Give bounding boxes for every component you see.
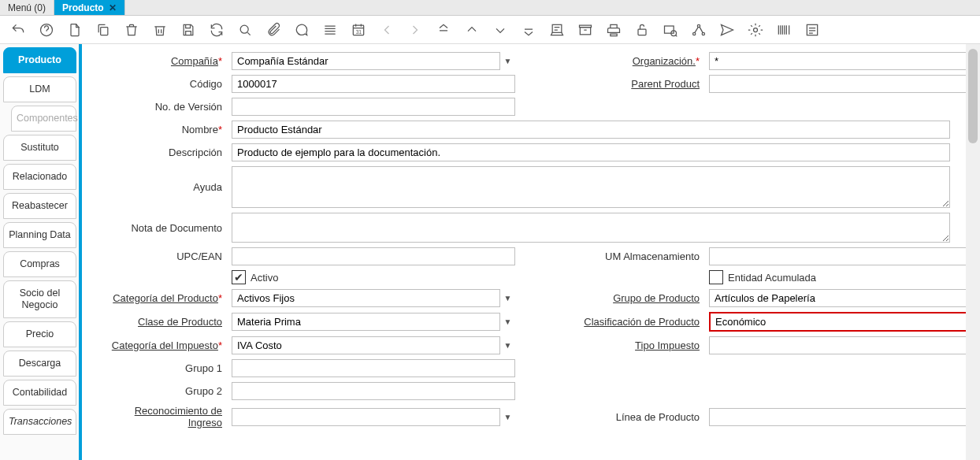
sidetab-transacciones[interactable]: Transacciones (3, 409, 76, 435)
svg-rect-5 (552, 24, 562, 32)
attach-button[interactable] (263, 20, 284, 40)
label-organizacion: Organización.* (522, 55, 703, 67)
sidetab-relacionado[interactable]: Relacionado (3, 164, 76, 190)
label-nombre: Nombre* (101, 124, 225, 135)
chevron-down-icon[interactable]: ▼ (499, 289, 515, 307)
input-grupo1[interactable] (232, 359, 515, 377)
chat-button[interactable] (291, 20, 312, 40)
svg-point-10 (693, 32, 696, 35)
input-organizacion[interactable] (709, 52, 966, 70)
barcode-button[interactable] (774, 20, 794, 40)
sidetab-producto[interactable]: Producto (3, 47, 76, 73)
last-button[interactable] (518, 20, 539, 40)
calendar-button[interactable]: 31 (348, 20, 369, 40)
field-grupo-producto[interactable]: ▼ (709, 289, 966, 307)
input-upc[interactable] (232, 247, 515, 265)
label-no-version: No. de Versión (101, 101, 225, 113)
input-clase-producto[interactable] (232, 313, 515, 331)
side-tabs: Producto LDM Componentes Sustituto Relac… (0, 44, 80, 460)
grid-button[interactable] (320, 20, 340, 40)
field-cat-producto[interactable]: ▼ (232, 289, 515, 307)
sidetab-precio[interactable]: Precio (3, 321, 76, 347)
field-clase-producto[interactable]: ▼ (232, 313, 515, 331)
prev-button[interactable] (377, 20, 397, 40)
input-parent-product[interactable] (709, 75, 966, 93)
field-tipo-impuesto[interactable]: ▼ (709, 336, 966, 354)
check-icon: ✔ (232, 270, 246, 284)
delete-button[interactable] (121, 20, 142, 40)
field-parent-product[interactable]: ▼ (709, 75, 966, 93)
vertical-scrollbar[interactable] (966, 44, 980, 460)
gear-button[interactable] (745, 20, 766, 40)
up-button[interactable] (462, 20, 482, 40)
svg-point-13 (754, 28, 758, 32)
search-button[interactable] (235, 20, 255, 40)
label-linea-producto: Línea de Producto (522, 411, 703, 423)
input-cat-producto[interactable] (232, 289, 515, 307)
field-organizacion[interactable]: ▼ (709, 52, 966, 70)
first-button[interactable] (433, 20, 454, 40)
scrollbar-thumb[interactable] (968, 49, 978, 143)
sidetab-contabilidad[interactable]: Contabilidad (3, 380, 76, 406)
undo-button[interactable] (8, 20, 28, 40)
archive-button[interactable] (575, 20, 596, 40)
input-recon-ingreso[interactable] (232, 408, 515, 426)
delete2-button[interactable] (150, 20, 170, 40)
input-compania[interactable] (232, 52, 515, 70)
input-no-version[interactable] (232, 98, 515, 116)
sidetab-planning[interactable]: Planning Data (3, 222, 76, 248)
copy-button[interactable] (93, 20, 113, 40)
field-cat-impuesto[interactable]: ▼ (232, 336, 515, 354)
field-recon-ingreso[interactable]: ▼ (232, 408, 515, 426)
workflow-button[interactable] (689, 20, 709, 40)
input-nota-doc[interactable] (232, 213, 950, 243)
checkbox-entidad-acum[interactable]: Entidad Acumulada (709, 270, 966, 284)
close-icon[interactable]: ✕ (109, 2, 117, 13)
new-button[interactable] (65, 20, 85, 40)
input-tipo-impuesto[interactable] (709, 336, 966, 354)
tab-menu[interactable]: Menú (0) (0, 0, 54, 15)
print-button[interactable] (603, 20, 624, 40)
input-nombre[interactable] (232, 121, 950, 139)
input-linea-producto[interactable] (709, 408, 966, 426)
input-grupo2[interactable] (232, 382, 515, 400)
label-grupo2: Grupo 2 (101, 385, 225, 397)
zoom-button[interactable] (660, 20, 681, 40)
field-compania[interactable]: ▼ (232, 52, 515, 70)
sidetab-descarga[interactable]: Descarga (3, 351, 76, 377)
chevron-down-icon[interactable]: ▼ (499, 336, 515, 354)
sidetab-reabastecer[interactable]: Reabastecer (3, 193, 76, 219)
tab-producto[interactable]: Producto ✕ (54, 0, 125, 15)
refresh-button[interactable] (206, 20, 227, 40)
lock-button[interactable] (632, 20, 652, 40)
chevron-down-icon[interactable]: ▼ (499, 52, 515, 70)
checkbox-activo[interactable]: ✔ Activo (232, 270, 515, 284)
input-clasif-producto[interactable] (711, 313, 966, 330)
input-grupo-producto[interactable] (709, 289, 966, 307)
label-um-alm: UM Almacenamiento (522, 250, 703, 262)
sidetab-componentes[interactable]: Componentes (11, 106, 76, 132)
toolbar: 31 (0, 16, 980, 44)
chevron-down-icon[interactable]: ▼ (499, 408, 515, 426)
input-codigo[interactable] (232, 75, 515, 93)
sidetab-sustituto[interactable]: Sustituto (3, 135, 76, 161)
help-button[interactable] (36, 20, 57, 40)
sidetab-ldm[interactable]: LDM (3, 76, 76, 102)
save-button[interactable] (178, 20, 199, 40)
input-descripcion[interactable] (232, 143, 950, 161)
label-ayuda: Ayuda (101, 181, 225, 193)
form-button[interactable] (802, 20, 822, 40)
next-button[interactable] (405, 20, 425, 40)
input-um-alm[interactable] (709, 247, 966, 265)
field-clasif-producto[interactable]: ▼ (709, 312, 966, 332)
send-button[interactable] (717, 20, 737, 40)
input-ayuda[interactable] (232, 166, 950, 208)
down-button[interactable] (490, 20, 510, 40)
chevron-down-icon[interactable]: ▼ (499, 313, 515, 331)
sidetab-compras[interactable]: Compras (3, 251, 76, 277)
input-cat-impuesto[interactable] (232, 336, 515, 354)
sidetab-socio[interactable]: Socio del Negocio (3, 280, 76, 318)
label-cat-producto: Categoría del Producto* (101, 292, 225, 304)
report-button[interactable] (547, 20, 567, 40)
svg-rect-6 (580, 27, 590, 34)
